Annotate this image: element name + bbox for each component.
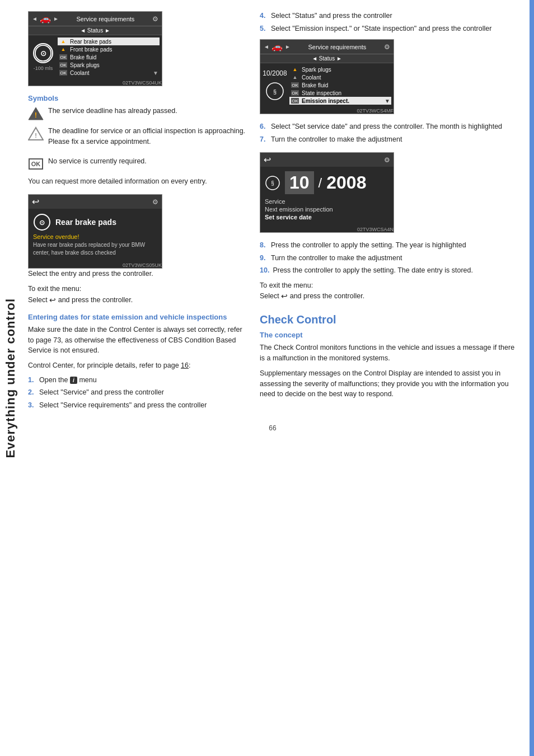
list-item: OK Brake fluid (58, 53, 160, 61)
date-display: 10/2008 (263, 69, 287, 77)
detail-widget: ↩ ⚙ ⊙ Rear brake pads Service overdue! H… (28, 194, 162, 269)
screen1-subheader: ◄ Status ► (29, 26, 162, 35)
list-item: ▲ Front brake pads (58, 45, 160, 53)
scroll-indicator: ▼ (153, 70, 158, 76)
car-icon-2: 🚗 (271, 41, 283, 52)
list-item: OK Brake fluid (289, 81, 391, 89)
arrow-right-icon-2: ► (285, 44, 291, 50)
screen-nav-arrows-2: ◄ 🚗 ► (264, 41, 291, 52)
step-text: Press the controller to apply the settin… (271, 241, 466, 251)
screen-widget-1: ◄ 🚗 ► Service requirements ⚙ ◄ Status ► … (28, 11, 162, 86)
detail-cbs-icon: ⊙ (33, 213, 51, 231)
step-text: Turn the controller to make the adjustme… (271, 135, 402, 145)
ok-icon-2: OK (291, 82, 299, 88)
screen2-body: 10/2008 § ▲ Spark plugs ▲ Co (260, 63, 394, 107)
list-item: 6. Select "Set service date" and press t… (260, 122, 517, 132)
settings-icon-3: ⚙ (384, 43, 390, 51)
concept-title: The concept (260, 331, 517, 339)
list-item: 2. Select "Service" and press the contro… (28, 388, 246, 398)
warning-icon: ▲ (59, 38, 68, 45)
sidebar: Everything under control (0, 0, 21, 756)
press-controller-text-2: and press the controller. (290, 292, 364, 300)
list-item: 3. Select "Service requirements" and pre… (28, 401, 246, 411)
concept-body-2: Supplementary messages on the Control Di… (260, 368, 517, 400)
date-header: ↩ ⚙ (260, 153, 394, 167)
list-item: ▲ Rear brake pads (58, 37, 160, 45)
back-symbol-inline: ↩ (49, 294, 56, 306)
symbol-row-1: ! The service deadline has already passe… (28, 106, 246, 121)
mileage-text: -100 mls (34, 65, 53, 71)
list-item: OK Coolant ▼ (58, 69, 160, 77)
step-text: Select "Emission inspect." or "State ins… (271, 24, 491, 34)
back-icon: ↩ (32, 196, 39, 207)
arrow-right-icon: ► (53, 16, 59, 22)
left-column: ◄ 🚗 ► Service requirements ⚙ ◄ Status ► … (28, 11, 246, 413)
svg-text:!: ! (35, 132, 37, 139)
item-label: Rear brake pads (70, 39, 111, 45)
screen-header-2: ◄ 🚗 ► Service requirements ⚙ (260, 40, 394, 54)
steps-list-right-3: 8. Press the controller to apply the set… (260, 241, 517, 276)
cbs-icon-date: § (265, 175, 280, 191)
screen-nav-arrows-1: ◄ 🚗 ► (32, 13, 59, 24)
warning-icon: ▲ (59, 46, 68, 53)
svg-text:!: ! (35, 111, 37, 119)
settings-icon-1: ⚙ (152, 15, 158, 23)
sub-section-body-2: Control Center, for principle details, r… (28, 360, 246, 371)
date-widget: ↩ ⚙ § 10 / 2008 Service (260, 152, 394, 233)
svg-text:⊙: ⊙ (39, 219, 45, 227)
symbol-row-3: OK No service is currently required. (28, 156, 246, 172)
check-control-title: Check Control (260, 313, 517, 326)
symbol-text-1: The service deadline has already passed. (48, 106, 177, 116)
screen1-title: Service requirements (76, 16, 134, 22)
scroll-indicator-2: ▼ (385, 98, 390, 104)
detail-title: Rear brake pads (55, 218, 116, 227)
detail-body: ⊙ Rear brake pads Service overdue! Have … (29, 209, 162, 261)
list-item-highlighted: OK Emission inspect. ▼ (289, 97, 391, 105)
arrow-left-icon-2: ◄ (264, 44, 269, 50)
screen2-title: Service requirements (308, 44, 366, 50)
triangle-outline-icon: ! (28, 126, 44, 142)
list-item: OK Spark plugs (58, 61, 160, 69)
page-number: 66 (28, 424, 517, 432)
sub-section-body-1: Make sure the date in the Control Center… (28, 325, 246, 356)
concept-body-1: The Check Control monitors functions in … (260, 342, 517, 364)
screen2-subheader: ◄ Status ► (260, 54, 394, 63)
screen1-body: ⊙ -100 mls ▲ Rear brake pads ▲ Front bra… (29, 35, 162, 79)
step-text: Select "Set service date" and press the … (271, 122, 502, 132)
steps-list-right-1: 4. Select "Status" and press the control… (260, 11, 517, 34)
list-item: OK State inspection (289, 89, 391, 97)
detail-desc: Have rear brake pads replaced by your BM… (33, 241, 157, 257)
image-label-2: 02TV3WCS05UK (29, 262, 162, 268)
list-item: 4. Select "Status" and press the control… (260, 11, 517, 21)
symbol-text-3: No service is currently required. (48, 156, 147, 167)
back-symbol-inline-2: ↩ (281, 290, 288, 302)
sidebar-text: Everything under control (3, 298, 18, 458)
steps-list-left: 1. Open the i menu 2. Select "Service" a… (28, 375, 246, 411)
image-label-1: 02TV3WCS04UK (29, 80, 162, 86)
item-label: Brake fluid (302, 82, 328, 88)
ok-icon: OK (59, 62, 68, 68)
screen1-left-icon: ⊙ -100 mls (31, 37, 55, 77)
screen-widget-2: ◄ 🚗 ► Service requirements ⚙ ◄ Status ► … (260, 39, 394, 114)
screen-header-1: ◄ 🚗 ► Service requirements ⚙ (29, 12, 162, 26)
detail-header: ↩ ⚙ (29, 195, 162, 209)
svg-text:§: § (271, 180, 274, 186)
ok-icon-4: OK (291, 97, 299, 104)
step-text: Press the controller to apply the settin… (273, 266, 473, 276)
list-item: 7. Turn the controller to make the adjus… (260, 135, 517, 145)
item-label: State inspection (302, 90, 341, 96)
extra-info-text: You can request more detailed informatio… (28, 176, 246, 187)
list-item: 9. Turn the controller to make the adjus… (260, 253, 517, 264)
step-text: Select "Service" and press the controlle… (39, 388, 164, 398)
triangle-filled-icon: ! (28, 106, 44, 121)
image-label-3: 02TV3WCS4MF (260, 108, 394, 114)
symbol-text-2: The deadline for service or an official … (48, 126, 246, 147)
date-main: § 10 / 2008 (265, 171, 389, 194)
small-icon: ▲ (291, 74, 299, 81)
ok-symbol: OK (29, 158, 43, 170)
menu-item: Service (265, 198, 389, 205)
list-item: 8. Press the controller to apply the set… (260, 241, 517, 251)
menu-item: Next emission inspection (265, 205, 389, 213)
item-label: Front brake pads (70, 46, 113, 53)
screen2-list: ▲ Spark plugs ▲ Coolant OK Brake fluid (289, 65, 391, 105)
